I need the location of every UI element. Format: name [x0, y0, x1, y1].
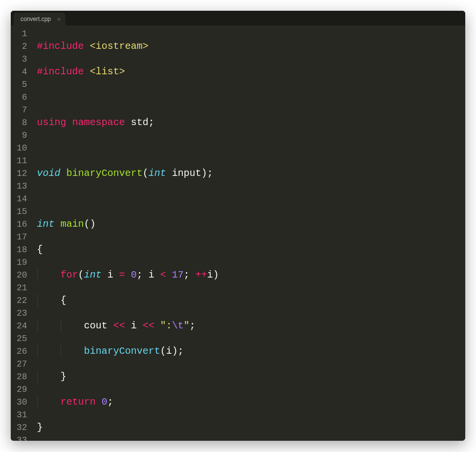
- file-tab[interactable]: convert.cpp ×: [14, 13, 65, 25]
- code-line[interactable]: #include <list>: [37, 65, 465, 78]
- line-number: 17: [17, 231, 27, 243]
- line-number: 33: [17, 434, 27, 441]
- line-number: 21: [17, 281, 27, 294]
- code-line[interactable]: }: [37, 370, 465, 383]
- line-number: 3: [17, 53, 27, 65]
- line-number-gutter: 1234567891011121314151617181920212223242…: [11, 25, 35, 441]
- code-line[interactable]: [37, 142, 465, 154]
- code-line[interactable]: {: [37, 243, 465, 256]
- line-number: 30: [17, 396, 27, 409]
- line-number: 8: [17, 116, 27, 129]
- code-line[interactable]: binaryConvert(i);: [37, 345, 465, 358]
- line-number: 6: [17, 91, 27, 104]
- line-number: 22: [17, 294, 27, 307]
- line-number: 10: [17, 142, 27, 154]
- line-number: 27: [17, 358, 27, 370]
- line-number: 31: [17, 409, 27, 421]
- code-line[interactable]: cout << i << ":\t";: [37, 320, 465, 332]
- line-number: 2: [17, 40, 27, 53]
- line-number: 14: [17, 193, 27, 205]
- close-icon[interactable]: ×: [57, 16, 61, 23]
- line-number: 9: [17, 129, 27, 142]
- line-number: 13: [17, 180, 27, 193]
- code-line[interactable]: }: [37, 421, 465, 434]
- editor-window: convert.cpp × 12345678910111213141516171…: [11, 11, 465, 441]
- line-number: 16: [17, 218, 27, 231]
- line-number: 1: [17, 27, 27, 40]
- line-number: 11: [17, 154, 27, 167]
- tab-bar: convert.cpp ×: [11, 11, 465, 25]
- line-number: 25: [17, 332, 27, 345]
- line-number: 5: [17, 78, 27, 91]
- code-line[interactable]: int main(): [37, 218, 465, 231]
- code-line[interactable]: #include <iostream>: [37, 40, 465, 53]
- line-number: 24: [17, 320, 27, 332]
- line-number: 12: [17, 167, 27, 180]
- line-number: 23: [17, 307, 27, 320]
- code-line[interactable]: [37, 91, 465, 104]
- code-line[interactable]: using namespace std;: [37, 116, 465, 129]
- line-number: 18: [17, 243, 27, 256]
- line-number: 15: [17, 205, 27, 218]
- tab-filename: convert.cpp: [21, 16, 51, 22]
- line-number: 20: [17, 269, 27, 281]
- code-area[interactable]: #include <iostream> #include <list> usin…: [35, 25, 465, 441]
- code-line[interactable]: void binaryConvert(int input);: [37, 167, 465, 180]
- line-number: 7: [17, 104, 27, 116]
- code-line[interactable]: {: [37, 294, 465, 307]
- line-number: 28: [17, 370, 27, 383]
- line-number: 32: [17, 421, 27, 434]
- editor-area[interactable]: 1234567891011121314151617181920212223242…: [11, 25, 465, 441]
- line-number: 26: [17, 345, 27, 358]
- code-line[interactable]: [37, 193, 465, 205]
- line-number: 29: [17, 383, 27, 396]
- line-number: 4: [17, 65, 27, 78]
- code-line[interactable]: for(int i = 0; i < 17; ++i): [37, 269, 465, 281]
- code-line[interactable]: return 0;: [37, 396, 465, 409]
- line-number: 19: [17, 256, 27, 269]
